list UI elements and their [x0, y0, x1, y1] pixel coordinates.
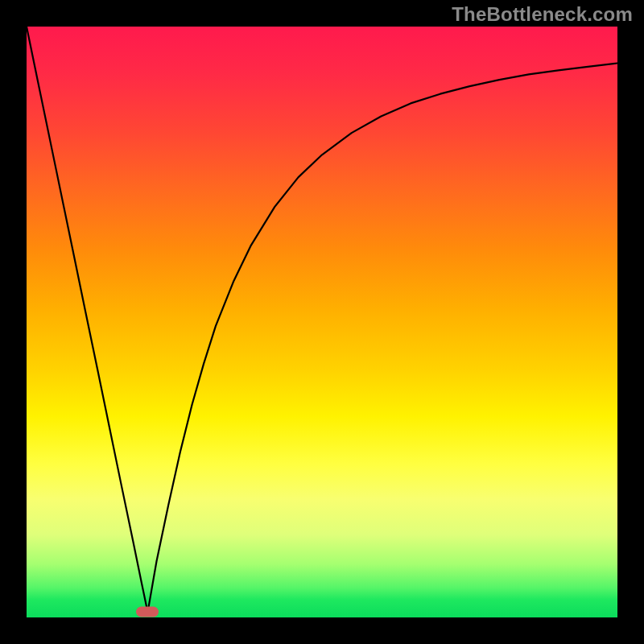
plot-area: [27, 27, 617, 617]
curve-svg: [27, 27, 617, 617]
optimal-marker: [136, 607, 159, 617]
watermark-text: TheBottleneck.com: [452, 3, 633, 26]
chart-frame: TheBottleneck.com: [0, 0, 644, 644]
bottleneck-curve: [27, 27, 617, 612]
